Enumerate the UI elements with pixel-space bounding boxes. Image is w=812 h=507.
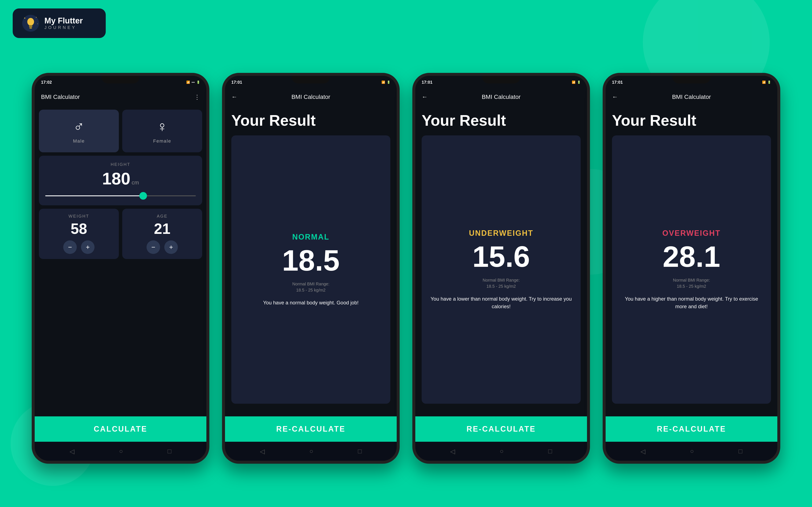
- nav-home-icon[interactable]: ○: [500, 448, 504, 455]
- weight-value: 58: [70, 221, 87, 237]
- phone-3-back[interactable]: ←: [422, 94, 427, 100]
- phone-4-notch: [672, 76, 711, 83]
- phone-2-result-title: Your Result: [231, 112, 390, 129]
- svg-point-1: [27, 18, 34, 25]
- nav-square-icon[interactable]: □: [167, 448, 171, 455]
- nav-back-icon[interactable]: ◁: [260, 448, 265, 455]
- male-icon: ♂: [73, 118, 85, 135]
- nav-back-icon[interactable]: ◁: [450, 448, 455, 455]
- phone-4-bmi: 28.1: [663, 242, 720, 272]
- phone-2-header-title: BMI Calculator: [291, 94, 330, 100]
- male-label: Male: [73, 138, 85, 144]
- phone-1-time: 17:02: [41, 80, 52, 85]
- brand-title: My Flutter: [44, 16, 83, 25]
- phone-3: 17:01 📶 🔋 ← BMI Calculator Your Result U…: [412, 73, 590, 464]
- nav-home-icon[interactable]: ○: [309, 448, 313, 455]
- phone-2-header: ← BMI Calculator: [225, 89, 397, 105]
- phone-1-header-title: BMI Calculator: [41, 94, 80, 100]
- nav-back-icon[interactable]: ◁: [69, 448, 74, 455]
- phone-3-result-title: Your Result: [422, 112, 581, 129]
- age-value: 21: [154, 221, 170, 237]
- brand-subtitle: JOURNEY: [44, 25, 83, 30]
- phone-3-time: 17:01: [422, 80, 433, 85]
- phone-3-content: Your Result UNDERWEIGHT 15.6 Normal BMI …: [415, 105, 587, 416]
- phone-4-result-card: OVERWEIGHT 28.1 Normal BMI Range: 18.5 -…: [612, 135, 771, 404]
- height-number: 180: [102, 169, 130, 188]
- slider-track: [45, 195, 196, 196]
- phone-2-bmi: 18.5: [282, 246, 340, 275]
- phone-4-recalc-button[interactable]: RE-CALCULATE: [606, 416, 777, 442]
- phone-3-result-card: UNDERWEIGHT 15.6 Normal BMI Range: 18.5 …: [422, 135, 581, 404]
- battery-icon: 🔋: [387, 80, 390, 84]
- weight-age-row: WEIGHT 58 − + AGE 21 − +: [39, 209, 202, 259]
- phone-1-status-icons: 📶 ▪▪▪ 🔋: [186, 80, 200, 84]
- phone-4-status-icons: 📶 🔋: [762, 80, 771, 84]
- phone-2-result-card: NORMAL 18.5 Normal BMI Range: 18.5 - 25 …: [231, 135, 390, 404]
- nav-square-icon[interactable]: □: [739, 448, 742, 455]
- female-card[interactable]: ♀ Female: [122, 110, 202, 152]
- svg-rect-3: [29, 26, 32, 27]
- svg-rect-4: [30, 27, 32, 29]
- phone-2-notch: [292, 76, 330, 83]
- phone-2: 17:01 📶 🔋 ← BMI Calculator Your Result N…: [222, 73, 400, 464]
- phone-1-bottom-nav: ◁ ○ □: [35, 442, 206, 461]
- nav-back-icon[interactable]: ◁: [641, 448, 645, 455]
- phone-2-desc: You have a normal body weight. Good job!: [263, 299, 358, 306]
- phone-3-recalc-button[interactable]: RE-CALCULATE: [415, 416, 587, 442]
- battery-icon: 🔋: [577, 80, 581, 84]
- phone-1-content: ♂ Male ♀ Female HEIGHT 180 cm: [35, 105, 206, 416]
- height-slider[interactable]: [45, 193, 196, 199]
- phone-1-menu-dots[interactable]: ⋮: [194, 94, 200, 101]
- phone-1-notch: [101, 76, 140, 83]
- phone-4-range: 18.5 - 25 kg/m2: [677, 284, 706, 289]
- calculate-button[interactable]: CALCULATE: [35, 416, 206, 442]
- age-minus[interactable]: −: [147, 240, 160, 254]
- phone-3-bottom-nav: ◁ ○ □: [415, 442, 587, 461]
- phone-4-back[interactable]: ←: [612, 94, 618, 100]
- weight-controls: − +: [63, 240, 95, 254]
- phone-2-bottom-nav: ◁ ○ □: [225, 442, 397, 461]
- phone-2-time: 17:01: [231, 80, 242, 85]
- nav-square-icon[interactable]: □: [358, 448, 362, 455]
- phone-3-bmi: 15.6: [472, 242, 530, 272]
- phone-4-desc: You have a higher than normal body weigh…: [620, 295, 763, 310]
- signal-icon: 📶: [762, 80, 766, 84]
- nav-home-icon[interactable]: ○: [119, 448, 123, 455]
- phone-2-recalc-button[interactable]: RE-CALCULATE: [225, 416, 397, 442]
- phone-3-header-title: BMI Calculator: [482, 94, 521, 100]
- male-card[interactable]: ♂ Male: [39, 110, 119, 152]
- phone-4-content: Your Result OVERWEIGHT 28.1 Normal BMI R…: [606, 105, 777, 416]
- nav-home-icon[interactable]: ○: [690, 448, 694, 455]
- phone-2-status: NORMAL: [292, 233, 329, 241]
- battery-icon: 🔋: [767, 80, 771, 84]
- svg-text:✦: ✦: [37, 23, 38, 24]
- age-plus[interactable]: +: [164, 240, 178, 254]
- female-icon: ♀: [157, 118, 168, 135]
- nav-square-icon[interactable]: □: [548, 448, 552, 455]
- phone-2-back[interactable]: ←: [231, 94, 237, 100]
- phone-4-time: 17:01: [612, 80, 623, 85]
- phone-4-range-label: Normal BMI Range:: [673, 278, 710, 283]
- height-unit: cm: [132, 179, 139, 186]
- phone-4-header: ← BMI Calculator: [606, 89, 777, 105]
- phone-3-status: UNDERWEIGHT: [469, 229, 533, 238]
- phones-container: 17:02 📶 ▪▪▪ 🔋 BMI Calculator ⋮ ♂ Male: [19, 42, 793, 494]
- phone-3-range-label: Normal BMI Range:: [483, 278, 520, 283]
- phone-4-status: OVERWEIGHT: [662, 229, 720, 238]
- svg-text:✦: ✦: [24, 17, 26, 20]
- weight-minus[interactable]: −: [63, 240, 77, 254]
- slider-thumb[interactable]: [139, 192, 147, 200]
- signal-icon: 📶: [382, 80, 385, 84]
- phone-1: 17:02 📶 ▪▪▪ 🔋 BMI Calculator ⋮ ♂ Male: [32, 73, 209, 464]
- weight-plus[interactable]: +: [81, 240, 95, 254]
- female-label: Female: [153, 138, 171, 144]
- phone-2-range-label: Normal BMI Range:: [292, 282, 329, 286]
- brand-logo: ✦ ✦ ✦: [21, 14, 40, 33]
- wifi-icon: ▪▪▪: [192, 80, 195, 84]
- age-card: AGE 21 − +: [122, 209, 202, 259]
- phone-4-result-title: Your Result: [612, 112, 771, 129]
- phone-3-status-icons: 📶 🔋: [572, 80, 581, 84]
- phone-1-header: BMI Calculator ⋮: [35, 89, 206, 105]
- phone-4-header-title: BMI Calculator: [672, 94, 711, 100]
- signal-icon: 📶: [186, 80, 190, 84]
